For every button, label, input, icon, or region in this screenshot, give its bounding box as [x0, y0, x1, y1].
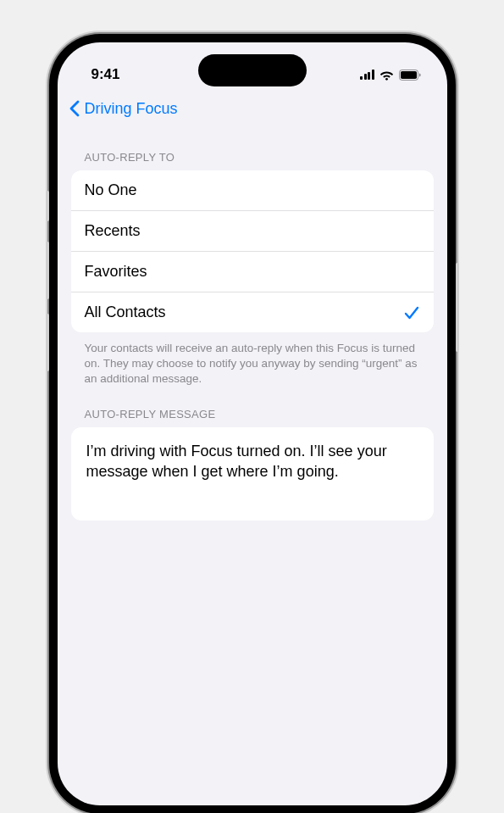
chevron-left-icon [66, 98, 83, 119]
status-time: 9:41 [91, 66, 120, 83]
volume-down-button [46, 314, 49, 371]
battery-icon [399, 70, 422, 81]
section-header-auto-reply-to: AUTO-REPLY TO [71, 125, 434, 170]
auto-reply-to-footer: Your contacts will receive an auto-reply… [71, 332, 434, 387]
auto-reply-message-input[interactable]: I’m driving with Focus turned on. I’ll s… [71, 427, 434, 521]
volume-up-button [46, 242, 49, 299]
option-all-contacts[interactable]: All Contacts [71, 292, 434, 332]
content-area: AUTO-REPLY TO No One Recents Favorites A… [58, 125, 447, 521]
svg-rect-2 [401, 71, 417, 79]
checkmark-icon [403, 304, 420, 321]
cellular-signal-icon [360, 70, 374, 80]
phone-screen: 9:41 [58, 42, 447, 805]
dynamic-island [198, 54, 307, 86]
svg-point-0 [385, 77, 388, 80]
option-favorites[interactable]: Favorites [71, 252, 434, 292]
nav-back-label: Driving Focus [85, 100, 178, 118]
power-button [456, 263, 459, 352]
section-header-auto-reply-message: AUTO-REPLY MESSAGE [71, 387, 434, 427]
option-label: Recents [85, 222, 141, 240]
wifi-icon [379, 70, 394, 81]
phone-frame: 9:41 [49, 34, 456, 813]
nav-bar[interactable]: Driving Focus [58, 92, 447, 125]
option-label: No One [85, 181, 137, 199]
option-no-one[interactable]: No One [71, 170, 434, 211]
auto-reply-to-list: No One Recents Favorites All Contacts [71, 170, 434, 332]
option-recents[interactable]: Recents [71, 211, 434, 252]
option-label: All Contacts [85, 303, 166, 321]
option-label: Favorites [85, 263, 147, 281]
silent-switch [46, 191, 49, 221]
status-icons [360, 70, 422, 81]
